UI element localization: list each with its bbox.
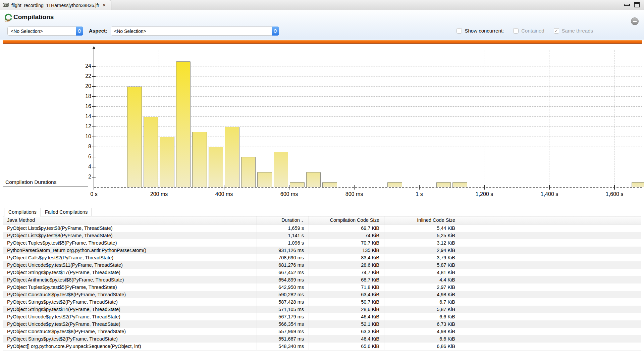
table-cell: 642,950 ms bbox=[257, 284, 309, 291]
chart-title: Compilation Durations bbox=[5, 179, 57, 185]
table-row[interactable]: PyObject Strings$py.test$14(PyFrame, Thr… bbox=[3, 306, 641, 313]
table-cell: PyObject Strings$py.test$17(PyFrame, Thr… bbox=[3, 269, 257, 276]
tab-failed-compilations[interactable]: Failed Compilations bbox=[41, 208, 92, 216]
histogram-bar[interactable] bbox=[632, 182, 644, 187]
histogram-bar[interactable] bbox=[192, 132, 207, 187]
table-row[interactable]: PyObject Tuples$py.test$5(PyFrame, Threa… bbox=[3, 239, 641, 247]
table-cell: 74 KiB bbox=[309, 232, 384, 239]
table-cell: 6,6 KiB bbox=[384, 313, 460, 320]
aspect-dropdown[interactable]: <No Selection> bbox=[111, 27, 279, 36]
table-row[interactable]: PythonParser$atom_return org.python.antl… bbox=[3, 247, 641, 254]
histogram-bar[interactable] bbox=[160, 137, 174, 187]
column-header-java-method[interactable]: Java Method bbox=[3, 216, 257, 224]
table-row[interactable]: PyObject Lists$py.test$8(PyFrame, Thread… bbox=[3, 224, 641, 232]
table-header: Java Method Duration⌄ Compilation Code S… bbox=[3, 216, 641, 224]
minimize-icon[interactable] bbox=[624, 4, 630, 6]
table-cell-filler bbox=[460, 232, 641, 239]
table-cell-filler bbox=[460, 306, 641, 313]
y-axis-tick bbox=[92, 147, 96, 147]
column-header-duration[interactable]: Duration⌄ bbox=[257, 216, 309, 224]
tab-compilations[interactable]: Compilations bbox=[4, 208, 41, 217]
table-row[interactable]: PyObject[] org.python.core.Py.unpackSequ… bbox=[3, 343, 641, 350]
table-row[interactable]: PyObject Constructs$py.test$8(PyFrame, T… bbox=[3, 291, 641, 298]
table-cell-filler bbox=[460, 343, 641, 350]
selection-dropdown[interactable]: <No Selection> bbox=[7, 27, 83, 36]
histogram-bar[interactable] bbox=[176, 61, 191, 187]
histogram-bar[interactable] bbox=[452, 182, 467, 187]
x-tick-label: 1 s bbox=[397, 191, 441, 197]
timeline-range-selector[interactable] bbox=[3, 40, 642, 44]
y-axis-tick bbox=[92, 177, 96, 177]
histogram-bar[interactable] bbox=[322, 182, 337, 187]
histogram-bar[interactable] bbox=[306, 172, 321, 187]
table-row[interactable]: PyObject Strings$py.test$17(PyFrame, Thr… bbox=[3, 269, 641, 276]
table-row[interactable]: PyObject Lists$py.test$8(PyFrame, Thread… bbox=[3, 232, 641, 239]
histogram-bar[interactable] bbox=[290, 182, 305, 187]
histogram-bar[interactable] bbox=[274, 152, 288, 187]
y-tick-label: 22 bbox=[76, 73, 91, 79]
result-tabs: Compilations Failed Compilations bbox=[4, 208, 92, 217]
table-row[interactable]: PyObject Constructs$py.test$8(PyFrame, T… bbox=[3, 328, 641, 335]
column-header-compilation-code-size[interactable]: Compilation Code Size bbox=[309, 216, 384, 224]
y-axis-tick bbox=[92, 106, 96, 107]
table-cell: 52,1 KiB bbox=[309, 320, 384, 328]
same-threads-checkbox: ✓ bbox=[554, 28, 559, 34]
x-axis-tick bbox=[289, 185, 289, 190]
table-row[interactable]: PyObject Strings$py.test$2(PyFrame, Thre… bbox=[3, 335, 641, 343]
table-cell: 587,428 ms bbox=[257, 298, 309, 306]
histogram-bar[interactable] bbox=[144, 117, 158, 187]
maximize-icon[interactable] bbox=[634, 2, 640, 7]
sort-descending-icon: ⌄ bbox=[301, 218, 304, 222]
histogram-bar[interactable] bbox=[225, 127, 239, 187]
collapse-button[interactable] bbox=[631, 17, 639, 25]
table-row[interactable]: PyObject Arithmetic$py.test$8(PyFrame, T… bbox=[3, 276, 641, 284]
x-tick-label: 600 ms bbox=[267, 191, 311, 197]
table-cell-filler bbox=[460, 328, 641, 335]
table-cell: 1,659 s bbox=[257, 224, 309, 232]
table-cell: PyObject Constructs$py.test$8(PyFrame, T… bbox=[3, 291, 257, 298]
gridline bbox=[549, 50, 549, 187]
table-cell-filler bbox=[460, 261, 641, 269]
selection-dropdown-value: <No Selection> bbox=[8, 29, 76, 34]
histogram-bar[interactable] bbox=[209, 147, 223, 187]
y-tick-label: 16 bbox=[76, 103, 91, 109]
table-cell-filler bbox=[460, 320, 641, 328]
table-row[interactable]: PyObject Strings$py.test$2(PyFrame, Thre… bbox=[3, 298, 641, 306]
dropdown-spinner-icon[interactable] bbox=[76, 27, 83, 36]
table-cell: PyObject Unicode$py.test$2(PyFrame, Thre… bbox=[3, 313, 257, 320]
table-cell: 5,87 KiB bbox=[384, 261, 460, 269]
histogram-bar[interactable] bbox=[127, 87, 142, 187]
histogram-bar[interactable] bbox=[241, 157, 256, 187]
table-cell: PyObject Arithmetic$py.test$8(PyFrame, T… bbox=[3, 276, 257, 284]
table-cell: 2,94 KiB bbox=[384, 247, 460, 254]
gridline bbox=[419, 50, 419, 187]
y-tick-label: 4 bbox=[76, 164, 91, 170]
table-cell: PythonParser$atom_return org.python.antl… bbox=[3, 247, 257, 254]
table-cell: 46,4 KiB bbox=[309, 313, 384, 320]
column-header-inlined-code-size[interactable]: Inlined Code Size bbox=[384, 216, 460, 224]
table-row[interactable]: PyObject Unicode$py.test$2(PyFrame, Thre… bbox=[3, 313, 641, 320]
editor-tab-title: flight_recording_11Harnessjython38836.jf… bbox=[11, 3, 99, 8]
histogram-bar[interactable] bbox=[436, 182, 451, 187]
same-threads-label: Same threads bbox=[562, 28, 593, 34]
table-cell: PyObject Strings$py.test$2(PyFrame, Thre… bbox=[3, 335, 257, 343]
close-icon[interactable]: ✕ bbox=[102, 3, 106, 8]
dropdown-spinner-icon[interactable] bbox=[272, 27, 279, 36]
histogram-bar[interactable] bbox=[387, 182, 402, 187]
table-row[interactable]: PyObject Calls$py.test$2(PyFrame, Thread… bbox=[3, 254, 641, 261]
y-tick-label: 14 bbox=[76, 113, 91, 119]
x-tick-label: 800 ms bbox=[332, 191, 376, 197]
show-concurrent-checkbox[interactable] bbox=[457, 28, 462, 34]
x-tick-label: 1,200 s bbox=[463, 191, 506, 197]
editor-tab[interactable]: flight_recording_11Harnessjython38836.jf… bbox=[0, 0, 111, 10]
histogram-bar[interactable] bbox=[257, 172, 272, 187]
table-cell: 46,4 KiB bbox=[309, 335, 384, 343]
table-row[interactable]: PyObject Tuples$py.test$5(PyFrame, Threa… bbox=[3, 284, 641, 291]
x-axis-tick bbox=[484, 185, 485, 190]
y-axis-tick bbox=[92, 137, 96, 137]
table-cell-filler bbox=[460, 276, 641, 284]
table-row[interactable]: PyObject Unicode$py.test$2(PyFrame, Thre… bbox=[3, 320, 641, 328]
table-cell: 708,690 ms bbox=[257, 254, 309, 261]
table-row[interactable]: PyObject Unicode$py.test$11(PyFrame, Thr… bbox=[3, 261, 641, 269]
table-cell-filler bbox=[460, 313, 641, 320]
